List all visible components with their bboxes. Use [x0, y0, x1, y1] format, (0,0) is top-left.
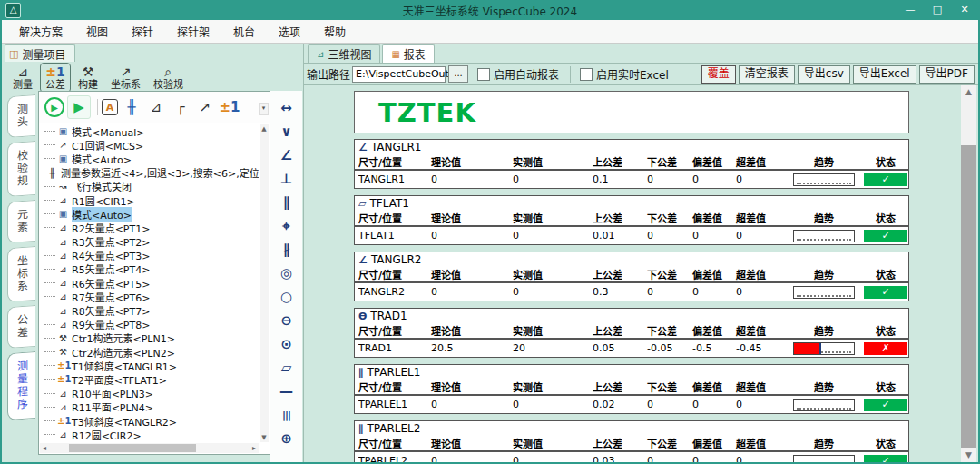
tab-三维视图[interactable]: ⊿三维视图: [308, 44, 380, 63]
scroll-right-icon[interactable]: ▸: [250, 443, 259, 453]
scroll-up-icon[interactable]: ▲: [961, 85, 976, 99]
side-tab[interactable]: 测头: [7, 94, 35, 138]
angularity-icon[interactable]: ∠: [276, 143, 298, 167]
auto-mode-icon[interactable]: A: [102, 99, 118, 115]
perpendicularity-icon[interactable]: ⊥: [276, 167, 298, 191]
tree-item[interactable]: ±1T1倾斜度<TANGLR1>: [41, 359, 259, 372]
tree-item[interactable]: ±1T2平面度<TFLAT1>: [41, 372, 259, 386]
checkbox-icon[interactable]: [580, 68, 593, 81]
checkbox-icon[interactable]: [477, 68, 490, 81]
h-scroll-thumb[interactable]: [69, 444, 196, 452]
cell-value: 0: [689, 399, 732, 410]
tab-报表[interactable]: ▦报表: [382, 44, 434, 63]
tree-horizontal-scrollbar[interactable]: ◂ ▸: [40, 443, 259, 453]
tree-item[interactable]: ⊿R6矢量点<PT5>: [41, 276, 259, 290]
tolerance-icon[interactable]: ±1: [219, 96, 240, 118]
measure-params-icon[interactable]: ╫: [121, 96, 142, 118]
symmetry-lines-icon[interactable]: |||: [276, 403, 298, 427]
tree-item[interactable]: ↗C1回调<MCS>: [41, 138, 259, 152]
scroll-up-icon[interactable]: ▲: [260, 124, 269, 133]
tree-item[interactable]: ⊿R8矢量点<PT7>: [41, 303, 259, 317]
tree-item[interactable]: ⊿R1圆<CIR1>: [41, 193, 259, 207]
step-run-icon[interactable]: ▶: [67, 95, 91, 119]
action-button[interactable]: 导出Excel: [853, 65, 916, 84]
menu-item[interactable]: 探针架: [165, 21, 221, 42]
menu-item[interactable]: 解决方案: [7, 21, 74, 42]
angle-icon[interactable]: ∨: [276, 120, 298, 143]
menu-item[interactable]: 选项: [267, 21, 312, 42]
side-tab[interactable]: 元素: [7, 200, 35, 243]
symmetry-icon[interactable]: ⊖: [276, 309, 298, 332]
cell-value: -0.05: [643, 342, 689, 354]
run-icon[interactable]: ▶: [44, 97, 64, 117]
action-button[interactable]: 清空报表: [739, 65, 795, 84]
tree-item[interactable]: ▣模式<Auto>: [41, 207, 259, 221]
menu-item[interactable]: 帮助: [312, 21, 358, 42]
scroll-down-icon[interactable]: ▼: [260, 433, 269, 442]
tree-item[interactable]: ⊿R5矢量点<PT4>: [41, 262, 259, 276]
tree-item-label: 模式<Auto>: [72, 207, 132, 222]
toolbar-tolerance-button[interactable]: ±1公差: [40, 63, 71, 93]
parallelism-icon[interactable]: ∥: [276, 191, 298, 214]
flatness-icon[interactable]: ▱: [276, 356, 298, 380]
tree-item[interactable]: ⊿R4矢量点<PT3>: [41, 249, 259, 262]
tree-item[interactable]: ⚒Ctr2构造元素<PLN2>: [41, 345, 259, 359]
tree-item[interactable]: ▣模式<Manual>: [41, 124, 259, 138]
action-button[interactable]: 导出csv: [798, 65, 850, 84]
menu-item[interactable]: 视图: [74, 21, 120, 42]
scroll-down-icon[interactable]: ▼: [961, 449, 976, 462]
minimize-button[interactable]: —: [897, 0, 924, 20]
composite-position-icon[interactable]: ⊕: [276, 427, 298, 450]
scroll-thumb[interactable]: [961, 145, 976, 448]
tree-item[interactable]: ⊿R7矢量点<PT6>: [41, 290, 259, 303]
distance-icon[interactable]: ↔: [276, 96, 298, 120]
report-scrollbar[interactable]: ▲ ▼: [961, 85, 976, 462]
tree-item[interactable]: ⊿R12圆<CIR2>: [41, 428, 259, 441]
left-panel-header: ◫ 测量项目: [2, 44, 302, 62]
coordinate-icon[interactable]: ↗: [194, 96, 216, 118]
tree-item[interactable]: ±1T3倾斜度<TANGLR2>: [41, 414, 259, 428]
side-tab[interactable]: 公差: [7, 305, 35, 349]
corner-icon[interactable]: ┌: [170, 96, 191, 118]
position-icon[interactable]: ⌖: [276, 214, 298, 238]
parallel-distance-icon[interactable]: ∦: [276, 238, 298, 262]
tree-item[interactable]: ⊿R2矢量点<PT1>: [41, 221, 259, 234]
menu-item[interactable]: 机台: [221, 21, 267, 42]
browse-button[interactable]: ...: [448, 65, 468, 83]
maximize-button[interactable]: □: [924, 0, 951, 20]
tree-item[interactable]: ⊿R10平面<PLN3>: [41, 387, 259, 400]
side-tab[interactable]: 校验规: [7, 141, 35, 197]
tree-item[interactable]: ↝飞行模式关闭: [41, 180, 259, 193]
toolbar-measure-button[interactable]: ⊿测量: [7, 63, 38, 93]
side-tab[interactable]: 坐标系: [7, 246, 35, 302]
tree-item[interactable]: ⚒Ctr1构造元素<PLN1>: [41, 331, 259, 345]
measure-icon: ⊿: [57, 306, 69, 316]
radius-icon[interactable]: ⊙: [276, 332, 298, 356]
measure-icon[interactable]: ⊿: [145, 96, 167, 118]
auto-report-checkbox[interactable]: 启用自动报表: [477, 66, 559, 82]
tree-item[interactable]: ⊿R3矢量点<PT2>: [41, 235, 259, 249]
trend-ticks: [797, 408, 851, 410]
close-button[interactable]: ✕: [951, 0, 978, 20]
realtime-excel-checkbox[interactable]: 启用实时Excel: [580, 66, 669, 82]
menu-item[interactable]: 探针: [120, 21, 165, 42]
toolbar-coordinate-button[interactable]: ↗坐标系: [105, 63, 146, 93]
toolbar-overflow-icon[interactable]: ▾: [259, 103, 269, 115]
toolbar-gauge-button[interactable]: ⌕校验规: [148, 63, 189, 93]
tree-vertical-scrollbar[interactable]: ▲ ▼: [260, 124, 269, 442]
column-header: 上公差: [589, 323, 643, 338]
tree-item[interactable]: ⊿R11平面<PLN4>: [41, 400, 259, 414]
circularity-icon[interactable]: ○: [276, 285, 298, 309]
side-tab[interactable]: 测量程序: [7, 351, 35, 420]
tree-item[interactable]: ▣模式<Auto>: [41, 152, 259, 165]
scroll-left-icon[interactable]: ◂: [40, 443, 49, 453]
action-button[interactable]: 导出PDF: [919, 65, 975, 84]
concentricity-icon[interactable]: ◎: [276, 262, 298, 285]
measurement-project-tab[interactable]: ◫ 测量项目: [5, 44, 75, 62]
tree-item[interactable]: ⊿R9矢量点<PT8>: [41, 318, 259, 331]
tree-item[interactable]: ╫测量参数逼近<4>,回退<3>,搜索<6>,定位<2:: [41, 166, 259, 180]
action-button[interactable]: 覆盖: [701, 65, 736, 84]
toolbar-construct-button[interactable]: ⚒构建: [73, 63, 103, 93]
output-path-input[interactable]: E:\VispectCubeOutput: [352, 66, 446, 83]
straightness-icon[interactable]: —: [276, 380, 298, 403]
